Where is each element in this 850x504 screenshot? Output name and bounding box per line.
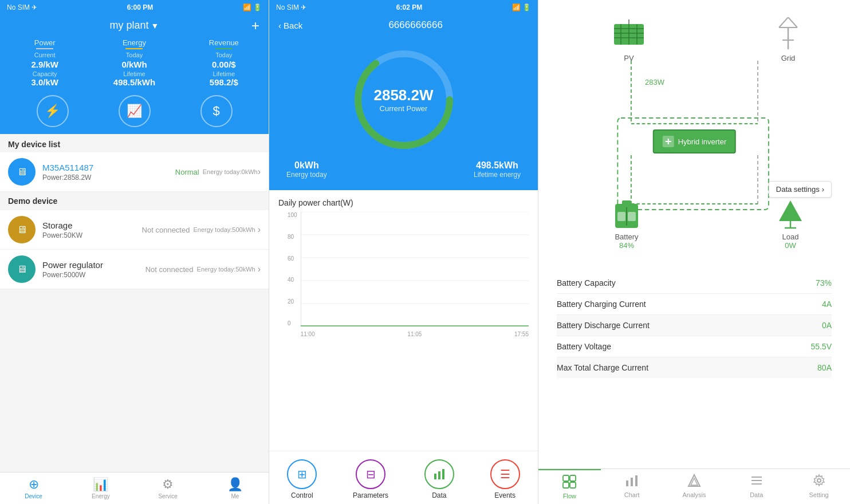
- panel1-myplant: No SIM ✈ 6:00 PM 📶 🔋 my plant ▼ + Power …: [0, 0, 269, 504]
- power-icon[interactable]: ⚡: [37, 95, 69, 127]
- revenue-icon[interactable]: $: [200, 95, 233, 127]
- nav-service[interactable]: ⚙ Service: [135, 472, 202, 504]
- device-info-storage: Storage Power:50KW: [42, 220, 142, 239]
- action-data[interactable]: Data: [424, 459, 454, 499]
- svg-rect-46: [563, 482, 569, 488]
- stat-revenue-sublabel2: Lifetime: [179, 70, 269, 77]
- device-status-regulator: Not connected: [145, 265, 194, 274]
- stat-energy-sublabel: Today: [89, 52, 179, 58]
- quick-icons-row: ⚡ 📈 $: [0, 89, 269, 134]
- load-label: Load: [782, 233, 799, 241]
- panel3-flow-data: PV Grid 283W: [538, 0, 850, 504]
- stat-power-underline: [36, 48, 53, 49]
- add-plant-button[interactable]: +: [251, 18, 259, 34]
- data-row-max-charge: Max Total Charge Current 80A: [557, 357, 832, 378]
- action-events-label: Events: [494, 491, 515, 499]
- tab-analysis[interactable]: Analysis: [663, 469, 726, 504]
- status-bar-2: No SIM ✈ 6:02 PM 📶 🔋: [269, 0, 538, 15]
- stat-power-value: 2.9/kW: [0, 60, 89, 69]
- action-events[interactable]: ☰ Events: [490, 459, 520, 499]
- back-button[interactable]: ‹ Back: [278, 21, 302, 30]
- action-control-label: Control: [291, 491, 313, 499]
- battery-label: Battery: [615, 233, 638, 241]
- stat-energy-underline: [125, 48, 143, 49]
- x-label-2: 11:05: [407, 331, 422, 337]
- tab-setting[interactable]: Setting: [788, 469, 850, 504]
- battery-voltage-key: Battery Voltage: [557, 342, 611, 351]
- stat-power-value2: 3.0/kW: [0, 77, 89, 87]
- stats-row: Power Current 2.9/kW Capacity 3.0/kW Ene…: [0, 34, 269, 89]
- action-control[interactable]: ⊞ Control: [287, 459, 317, 499]
- status-bar-1: No SIM ✈ 6:00 PM 📶 🔋: [0, 0, 269, 15]
- inverter-node: Hybrid inverter: [653, 129, 736, 153]
- stat-revenue-value2: 598.2/$: [179, 77, 269, 87]
- chart-y-axis: 100 80 60 40 20 0: [288, 212, 301, 326]
- tab-data[interactable]: Data: [725, 469, 788, 504]
- stat-energy-label: Energy: [89, 38, 179, 47]
- stat-power-sublabel: Current: [0, 52, 89, 58]
- svg-line-28: [779, 17, 788, 27]
- grid-node: Grid: [770, 15, 806, 62]
- energy-row: 0kWh Energy today 498.5kWh Lifetime ener…: [281, 160, 526, 179]
- device-item-storage[interactable]: 🖥 Storage Power:50KW Not connected Energ…: [0, 210, 269, 250]
- control-icon: ⊞: [287, 459, 317, 489]
- pv-power-value: 283W: [645, 78, 664, 86]
- svg-rect-11: [438, 471, 440, 479]
- battery-voltage-val: 55.5V: [810, 342, 832, 351]
- stat-power-label: Power: [0, 38, 89, 47]
- device-icon-m35: 🖥: [8, 158, 36, 186]
- chevron-storage: ›: [258, 225, 261, 235]
- svg-rect-37: [622, 200, 631, 205]
- energy-today: 0kWh Energy today: [286, 160, 327, 179]
- gauge-label: Current Power: [373, 104, 433, 113]
- svg-rect-10: [434, 474, 436, 479]
- gauge-center: 2858.2W Current Power: [373, 86, 433, 113]
- plant-header: my plant ▼ +: [0, 15, 269, 34]
- status-time-2: 6:02 PM: [396, 3, 422, 11]
- stat-revenue-underline: [215, 48, 233, 49]
- device-name-regulator: Power regulator: [42, 260, 145, 270]
- panel2-header: No SIM ✈ 6:02 PM 📶 🔋 ‹ Back 6666666666: [269, 0, 538, 37]
- tab-chart-label: Chart: [624, 491, 640, 498]
- device-icon-storage: 🖥: [8, 216, 36, 243]
- grid-icon: [770, 15, 806, 52]
- stat-revenue: Revenue Today 0.00/$ Lifetime 598.2/$: [179, 38, 269, 87]
- discharge-current-val: 0A: [822, 321, 832, 330]
- svg-rect-44: [563, 475, 569, 481]
- tab-chart[interactable]: Chart: [601, 469, 663, 504]
- tab-flow[interactable]: Flow: [538, 469, 601, 504]
- x-label-1: 11:00: [301, 331, 315, 337]
- device-info-m35: M35A511487 Power:2858.2W: [42, 163, 175, 182]
- device-title: 6666666666: [302, 19, 529, 31]
- flow-section: PV Grid 283W: [538, 0, 850, 468]
- y-60: 60: [288, 255, 297, 262]
- chart-svg: [301, 212, 529, 326]
- inverter-label: Hybrid inverter: [678, 137, 727, 146]
- energy-icon[interactable]: 📈: [119, 95, 151, 127]
- device-item-regulator[interactable]: 🖥 Power regulator Power:5000W Not connec…: [0, 250, 269, 289]
- data-settings-button[interactable]: Data settings ›: [769, 181, 832, 198]
- pv-svg: [613, 19, 645, 47]
- nav-me[interactable]: 👤 Me: [202, 472, 269, 504]
- y-100: 100: [288, 212, 297, 218]
- nav-device[interactable]: ⊕ Device: [0, 472, 67, 504]
- nav-service-label: Service: [158, 493, 177, 499]
- svg-rect-48: [626, 481, 628, 486]
- stat-energy-sublabel2: Lifetime: [89, 70, 179, 77]
- dropdown-icon[interactable]: ▼: [151, 21, 159, 30]
- setting-tab-icon: [812, 474, 826, 490]
- battery-capacity-val: 73%: [816, 278, 832, 288]
- svg-point-56: [817, 479, 821, 482]
- nav-energy[interactable]: 📊 Energy: [67, 472, 134, 504]
- chevron-regulator: ›: [258, 264, 261, 274]
- stat-energy-value2: 498.5/kWh: [89, 77, 179, 87]
- load-node: Load 0W: [774, 198, 806, 250]
- device-name-storage: Storage: [42, 220, 142, 230]
- action-parameters[interactable]: ⊟ Parameters: [353, 459, 388, 499]
- device-power-regulator: Power:5000W: [42, 271, 145, 279]
- pv-label: PV: [624, 54, 633, 62]
- device-energy-regulator: Energy today:50kWh: [197, 266, 255, 273]
- status-left-1: No SIM ✈: [7, 3, 37, 11]
- device-item-m35[interactable]: 🖥 M35A511487 Power:2858.2W Normal Energy…: [0, 152, 269, 192]
- device-nav-icon: ⊕: [29, 477, 39, 492]
